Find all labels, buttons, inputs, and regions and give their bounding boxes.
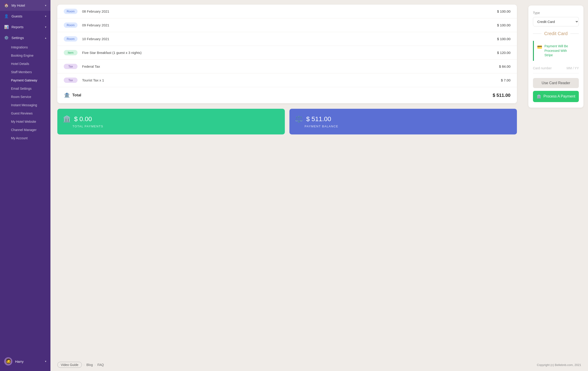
copyright: Copyright (c) Bellebnb.com, 2021 (537, 363, 581, 367)
footer-dot-1: · (84, 363, 85, 367)
faq-link[interactable]: FAQ (97, 363, 104, 367)
sidebar: 🏠 My Hotel ▾ 👤 Guests ▾ 📊 Reports ▾ ⚙️ S… (0, 0, 51, 371)
settings-chevron-icon: ▴ (45, 36, 46, 40)
badge-room: Room (64, 36, 77, 42)
user-section[interactable]: 🧔 Harry ▾ (0, 354, 51, 369)
sidebar-item-instant-messaging[interactable]: Instant Messaging (0, 101, 51, 109)
sidebar-my-hotel-label: My Hotel (11, 3, 25, 7)
balance-icon: ⚖️ (295, 115, 303, 123)
channel-manager-label: Channel Manager (11, 128, 36, 132)
sidebar-item-my-hotel-website[interactable]: My Hotel Website (0, 117, 51, 126)
process-payment-label: Process A Payment (544, 94, 575, 98)
blog-link[interactable]: Blog (86, 363, 93, 367)
instant-messaging-label: Instant Messaging (11, 103, 37, 107)
stripe-notice: 💳 Payment Will Be Processed With Stripe (533, 41, 579, 61)
row-amount: $ 84.00 (499, 64, 511, 68)
row-desc: Tourist Tax x 1 (82, 78, 501, 82)
footer-dot-2: · (95, 363, 96, 367)
reports-icon: 📊 (4, 25, 9, 29)
badge-item: Item (64, 50, 77, 55)
cc-title-text: Credit Card (544, 31, 567, 36)
sidebar-item-my-hotel[interactable]: 🏠 My Hotel ▾ (0, 0, 51, 11)
sidebar-item-booking-engine[interactable]: Booking Engine (0, 51, 51, 60)
my-hotel-website-label: My Hotel Website (11, 120, 36, 123)
row-desc: Five Star Breakfast (1 guest x 3 nights) (82, 51, 497, 55)
total-payments-label: TOTAL PAYMENTS (73, 125, 279, 128)
payment-balance-label: PAYMENT BALANCE (304, 125, 511, 128)
table-row: Item Five Star Breakfast (1 guest x 3 ni… (57, 46, 517, 60)
video-guide-link[interactable]: Video Guide (57, 362, 82, 368)
payment-card: Type Credit Card Cash Bank Transfer Cred… (528, 6, 583, 108)
user-chevron-icon: ▾ (45, 360, 46, 363)
sidebar-item-guest-reviews[interactable]: Guest Reviews (0, 109, 51, 117)
payment-balance-box: ⚖️ $ 511.00 PAYMENT BALANCE (289, 109, 517, 134)
guests-chevron-icon: ▾ (45, 15, 46, 18)
reports-chevron-icon: ▾ (45, 25, 46, 29)
row-amount: $ 100.00 (497, 10, 511, 13)
right-panel: Type Credit Card Cash Bank Transfer Cred… (524, 0, 588, 359)
stripe-icon: 💳 (537, 44, 542, 50)
sidebar-item-reports[interactable]: 📊 Reports ▾ (0, 21, 51, 32)
sidebar-item-staff-members[interactable]: Staff Members (0, 68, 51, 76)
total-payments-box: 🏛️ $ 0.00 TOTAL PAYMENTS (57, 109, 285, 134)
type-select[interactable]: Credit Card Cash Bank Transfer (533, 17, 579, 26)
summary-boxes: 🏛️ $ 0.00 TOTAL PAYMENTS ⚖️ $ 511.00 PAY… (57, 109, 517, 134)
booking-engine-label: Booking Engine (11, 54, 33, 57)
footer: Video Guide · Blog · FAQ Copyright (c) B… (51, 359, 588, 371)
sidebar-item-settings[interactable]: ⚙️ Settings ▴ (0, 32, 51, 43)
row-amount: $ 120.00 (497, 51, 511, 55)
table-row: Tax Tourist Tax x 1 $ 7.00 (57, 74, 517, 87)
row-desc: 10 February 2021 (82, 37, 497, 41)
payment-balance-amount: $ 511.00 (306, 116, 331, 123)
total-payments-amount: $ 0.00 (74, 116, 92, 123)
type-label: Type (533, 11, 579, 15)
sidebar-settings-label: Settings (11, 36, 24, 40)
row-desc: Federal Tax (82, 64, 499, 68)
integrations-label: Integrations (11, 45, 28, 49)
badge-room: Room (64, 22, 77, 28)
sidebar-item-integrations[interactable]: Integrations (0, 43, 51, 51)
total-row: 🏦 Total $ 511.00 (57, 87, 517, 103)
sidebar-item-email-settings[interactable]: Email Settings (0, 85, 51, 93)
row-amount: $ 7.00 (501, 78, 511, 82)
my-hotel-icon: 🏠 (4, 3, 9, 8)
sidebar-item-my-account[interactable]: My Account (0, 134, 51, 142)
badge-tax: Tax (64, 64, 77, 69)
staff-members-label: Staff Members (11, 70, 32, 74)
email-settings-label: Email Settings (11, 87, 32, 90)
room-service-label: Room Service (11, 95, 31, 99)
my-account-label: My Account (11, 136, 28, 140)
sidebar-item-channel-manager[interactable]: Channel Manager (0, 126, 51, 134)
sidebar-reports-label: Reports (11, 25, 24, 29)
use-card-reader-button[interactable]: Use Card Reader (533, 78, 579, 88)
avatar: 🧔 (4, 357, 12, 365)
sidebar-item-guests[interactable]: 👤 Guests ▾ (0, 11, 51, 21)
table-row: Tax Federal Tax $ 84.00 (57, 60, 517, 74)
badge-room: Room (64, 9, 77, 14)
guests-icon: 👤 (4, 14, 9, 18)
badge-tax: Tax (64, 78, 77, 83)
table-row: Room 09 February 2021 $ 100.00 (57, 18, 517, 32)
row-desc: 09 February 2021 (82, 23, 497, 27)
total-amount: $ 511.00 (493, 93, 511, 98)
main-content: Room 08 February 2021 $ 100.00 Room 09 F… (51, 0, 524, 359)
sidebar-item-payment-gateway[interactable]: Payment Gateway (0, 76, 51, 85)
card-expiry-placeholder: MM / YY (567, 66, 579, 70)
sidebar-item-hotel-details[interactable]: Hotel Details (0, 60, 51, 68)
row-desc: 08 February 2021 (82, 10, 497, 13)
card-number-placeholder: Card number (533, 66, 552, 70)
row-amount: $ 100.00 (497, 23, 511, 27)
cc-title: Credit Card (533, 31, 579, 36)
total-icon: 🏦 (64, 92, 70, 98)
payments-icon: 🏛️ (63, 115, 71, 123)
footer-links: Video Guide · Blog · FAQ (57, 362, 104, 368)
sidebar-item-room-service[interactable]: Room Service (0, 93, 51, 101)
table-row: Room 10 February 2021 $ 100.00 (57, 32, 517, 46)
payment-gateway-label: Payment Gateway (11, 78, 37, 82)
sidebar-guests-label: Guests (11, 14, 22, 18)
process-payment-button[interactable]: 🏛️ Process A Payment (533, 91, 579, 102)
hotel-details-label: Hotel Details (11, 62, 29, 66)
stripe-text: Payment Will Be Processed With Stripe (545, 44, 576, 58)
total-label-text: Total (72, 93, 81, 97)
table-row: Room 08 February 2021 $ 100.00 (57, 5, 517, 18)
